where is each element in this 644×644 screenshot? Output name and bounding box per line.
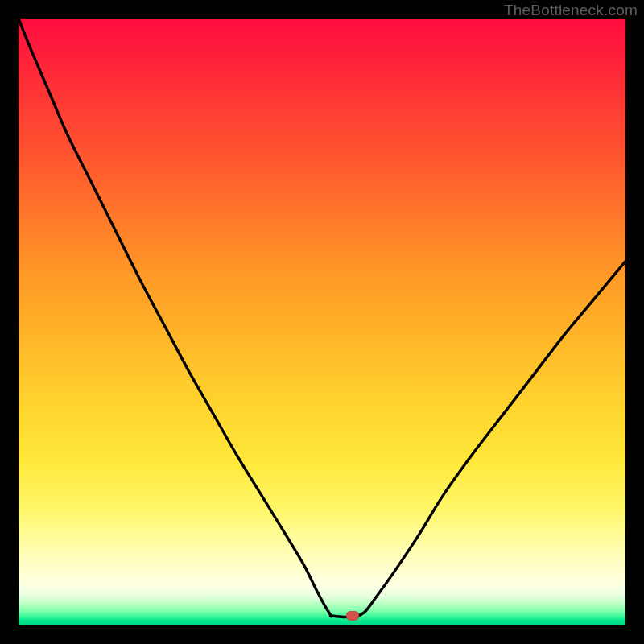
chart-plot-area [19, 19, 625, 625]
curve-path [19, 19, 625, 617]
chart-frame: TheBottleneck.com [0, 0, 644, 644]
bottleneck-curve [19, 19, 625, 625]
optimum-marker [346, 611, 359, 621]
watermark-text: TheBottleneck.com [504, 2, 638, 19]
